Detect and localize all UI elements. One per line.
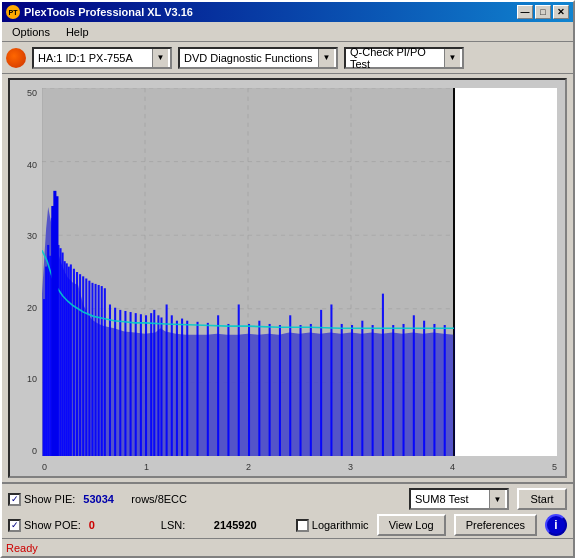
test-dropdown-arrow: ▼ <box>444 49 460 67</box>
svg-rect-78 <box>413 315 415 456</box>
x-label-1: 1 <box>144 462 149 472</box>
svg-rect-37 <box>98 285 100 456</box>
svg-rect-42 <box>119 310 121 456</box>
lsn-label: LSN: <box>161 519 211 531</box>
pie-unit: rows/8ECC <box>131 493 187 505</box>
drive-dropdown[interactable]: HA:1 ID:1 PX-755A ▼ <box>32 47 172 69</box>
svg-rect-38 <box>101 286 103 456</box>
app-icon: PT <box>6 5 20 19</box>
minimize-button[interactable]: — <box>517 5 533 19</box>
svg-rect-80 <box>433 324 435 456</box>
menu-help[interactable]: Help <box>60 24 95 40</box>
maximize-button[interactable]: □ <box>535 5 551 19</box>
y-label-0: 0 <box>32 446 37 456</box>
start-button[interactable]: Start <box>517 488 567 510</box>
x-label-0: 0 <box>42 462 47 472</box>
poe-label: Show POE: <box>24 519 81 531</box>
svg-rect-68 <box>310 324 312 456</box>
test-dropdown[interactable]: Q-Check PI/PO Test ▼ <box>344 47 464 69</box>
svg-rect-77 <box>403 324 405 456</box>
svg-rect-32 <box>82 276 84 456</box>
chart-area: 50 40 30 20 10 0 <box>2 74 573 482</box>
toolbar: HA:1 ID:1 PX-755A ▼ DVD Diagnostic Funct… <box>2 42 573 74</box>
svg-rect-26 <box>66 263 68 456</box>
svg-rect-17 <box>47 245 49 456</box>
status-text: Ready <box>6 542 38 554</box>
svg-rect-72 <box>351 325 353 456</box>
log-checkbox-wrap: Logarithmic <box>296 519 369 532</box>
logarithmic-label: Logarithmic <box>312 519 369 531</box>
svg-rect-27 <box>68 267 70 456</box>
x-label-3: 3 <box>348 462 353 472</box>
y-label-20: 20 <box>27 303 37 313</box>
svg-rect-62 <box>248 324 250 456</box>
x-label-2: 2 <box>246 462 251 472</box>
svg-rect-71 <box>341 324 343 456</box>
sum-test-dropdown[interactable]: SUM8 Test ▼ <box>409 488 509 510</box>
x-label-4: 4 <box>450 462 455 472</box>
svg-rect-79 <box>423 321 425 456</box>
lsn-value: 2145920 <box>214 519 257 531</box>
menu-bar: Options Help <box>2 22 573 42</box>
svg-rect-23 <box>60 248 62 456</box>
poe-checkbox[interactable]: ✓ <box>8 519 21 532</box>
svg-rect-69 <box>320 310 322 456</box>
svg-rect-15 <box>43 299 45 456</box>
sum-test-text: SUM8 Test <box>413 493 485 505</box>
status-bar: Ready <box>2 538 573 556</box>
svg-rect-65 <box>279 325 281 456</box>
svg-rect-67 <box>300 325 302 456</box>
window-title: PlexTools Professional XL V3.16 <box>24 6 193 18</box>
svg-rect-40 <box>109 304 111 456</box>
y-label-40: 40 <box>27 160 37 170</box>
svg-rect-28 <box>70 264 72 456</box>
test-dropdown-text: Q-Check PI/PO Test <box>348 46 444 70</box>
function-dropdown[interactable]: DVD Diagnostic Functions ▼ <box>178 47 338 69</box>
y-label-30: 30 <box>27 231 37 241</box>
svg-rect-35 <box>91 283 93 456</box>
preferences-button[interactable]: Preferences <box>454 514 537 536</box>
y-label-50: 50 <box>27 88 37 98</box>
controls-row-1: ✓ Show PIE: 53034 rows/8ECC SUM8 Test ▼ … <box>8 488 567 510</box>
pie-checkbox-label: ✓ Show PIE: <box>8 493 75 506</box>
lsn-wrap: LSN: 2145920 <box>161 519 257 531</box>
chart-plot <box>42 88 557 456</box>
svg-rect-16 <box>45 267 47 456</box>
svg-rect-33 <box>85 278 87 456</box>
y-axis: 50 40 30 20 10 0 <box>10 88 40 456</box>
svg-rect-29 <box>73 269 75 456</box>
svg-rect-51 <box>160 317 162 456</box>
x-axis: 0 1 2 3 4 5 <box>42 462 557 472</box>
view-log-button[interactable]: View Log <box>377 514 446 536</box>
title-bar-left: PT PlexTools Professional XL V3.16 <box>6 5 193 19</box>
poe-checkbox-label: ✓ Show POE: <box>8 519 81 532</box>
pie-checkbox[interactable]: ✓ <box>8 493 21 506</box>
info-button[interactable]: i <box>545 514 567 536</box>
window-controls: — □ ✕ <box>517 5 569 19</box>
svg-rect-43 <box>124 311 126 456</box>
svg-rect-83 <box>455 88 557 456</box>
svg-rect-48 <box>150 313 152 456</box>
x-label-5: 5 <box>552 462 557 472</box>
svg-rect-52 <box>166 304 168 456</box>
y-label-10: 10 <box>27 374 37 384</box>
svg-rect-46 <box>140 314 142 456</box>
pie-value: 53034 <box>83 493 123 505</box>
logarithmic-checkbox[interactable] <box>296 519 309 532</box>
close-button[interactable]: ✕ <box>553 5 569 19</box>
svg-rect-18 <box>49 256 51 456</box>
svg-rect-63 <box>258 321 260 456</box>
svg-rect-45 <box>135 313 137 456</box>
svg-rect-47 <box>145 315 147 456</box>
svg-rect-54 <box>176 321 178 456</box>
svg-rect-57 <box>197 322 199 456</box>
svg-rect-73 <box>361 321 363 456</box>
svg-rect-74 <box>372 325 374 456</box>
drive-dropdown-text: HA:1 ID:1 PX-755A <box>36 52 152 64</box>
svg-rect-75 <box>382 294 384 456</box>
svg-rect-81 <box>444 325 446 456</box>
menu-options[interactable]: Options <box>6 24 56 40</box>
chart-container: 50 40 30 20 10 0 <box>8 78 567 478</box>
svg-rect-61 <box>238 304 240 456</box>
svg-rect-60 <box>227 324 229 456</box>
